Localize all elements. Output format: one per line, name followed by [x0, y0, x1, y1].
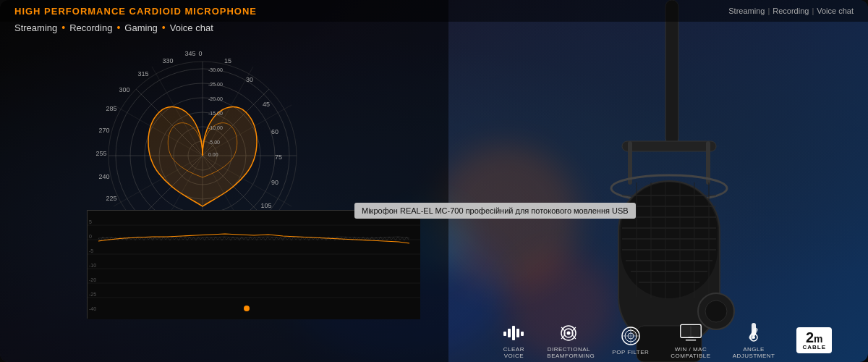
tooltip-text: Мікрофон REAL-EL MC-700 професійний для … [362, 206, 629, 215]
freq-chart: 5 0 -5 -10 -20 -25 -40 [87, 210, 420, 319]
mic-svg [398, 0, 868, 362]
voicechat-label: Voice chat [817, 7, 854, 15]
subtitle-voicechat: Voice chat [170, 22, 213, 33]
svg-point-60 [244, 306, 250, 311]
clear-voice-icon [502, 321, 525, 345]
svg-text:0: 0 [89, 234, 92, 239]
angle-icon-item: ANGLEADJUSTMENT [733, 321, 775, 360]
subtitle-gaming: Gaming [124, 22, 158, 33]
angle-label: ANGLEADJUSTMENT [733, 347, 775, 360]
top-bar-right: Streaming | Recording | Voice chat [728, 7, 854, 15]
subtitle-streaming: Streaming [14, 22, 57, 33]
svg-text:-5: -5 [89, 248, 93, 253]
cable-value: 2m [806, 330, 823, 345]
subtitle-row: Streaming • Recording • Gaming • Voice c… [14, 22, 213, 33]
product-tooltip: Мікрофон REAL-EL MC-700 професійний для … [354, 203, 636, 219]
svg-rect-87 [503, 332, 506, 336]
directional-icon-item: DIRECTIONALBEAMFORMING [547, 321, 590, 360]
pop-filter-icon [619, 324, 642, 348]
svg-text:255: 255 [95, 150, 106, 157]
cable-label: CABLE [802, 345, 826, 350]
sep1: | [767, 7, 770, 15]
svg-text:-25.00: -25.00 [208, 82, 223, 87]
svg-rect-46 [88, 211, 420, 319]
svg-text:-25: -25 [89, 292, 96, 297]
main-scene: HIGH PERFORMANCE CARDIOID MICROPHONE Str… [0, 0, 868, 362]
svg-text:-20: -20 [89, 277, 96, 282]
svg-text:315: 315 [137, 70, 148, 77]
freq-chart-svg: 5 0 -5 -10 -20 -25 -40 [88, 211, 420, 319]
svg-text:75: 75 [275, 153, 282, 161]
svg-text:30: 30 [246, 76, 253, 83]
svg-text:240: 240 [98, 173, 109, 180]
cable-icon-item: 2m CABLE [796, 327, 832, 353]
svg-point-94 [567, 331, 571, 334]
cable-badge: 2m CABLE [796, 327, 832, 353]
svg-rect-61 [665, 0, 678, 145]
svg-text:0.00: 0.00 [208, 152, 218, 157]
winmac-icon [679, 321, 702, 345]
svg-text:-30.00: -30.00 [208, 67, 223, 72]
dot3: • [162, 22, 166, 33]
svg-text:-5.00: -5.00 [208, 140, 220, 145]
svg-text:300: 300 [119, 86, 129, 93]
clear-voice-icon-item: CLEARVOICE [502, 321, 525, 360]
svg-text:105: 105 [260, 202, 271, 209]
svg-text:225: 225 [106, 195, 116, 202]
svg-rect-88 [508, 329, 511, 337]
svg-text:-10: -10 [89, 263, 96, 268]
svg-text:285: 285 [106, 105, 116, 112]
svg-text:-10.00: -10.00 [208, 125, 223, 130]
dot1: • [61, 22, 65, 33]
svg-text:345: 345 [184, 50, 195, 57]
bottom-icons-bar: CLEARVOICE DIRECTIONALBEAMFORMING [502, 319, 832, 362]
svg-rect-62 [622, 141, 716, 151]
svg-text:60: 60 [271, 128, 278, 135]
page-title: HIGH PERFORMANCE CARDIOID MICROPHONE [14, 6, 257, 17]
subtitle-recording: Recording [69, 22, 112, 33]
top-bar: HIGH PERFORMANCE CARDIOID MICROPHONE Str… [0, 0, 868, 22]
svg-text:90: 90 [271, 179, 278, 186]
svg-rect-91 [521, 332, 524, 336]
winmac-label: WIN / MACCOMPATIBLE [671, 347, 710, 360]
svg-text:5: 5 [89, 219, 92, 224]
clear-voice-label: CLEARVOICE [503, 347, 524, 360]
dot2: • [116, 22, 120, 33]
pop-filter-label: POP FILTER [612, 350, 649, 356]
svg-text:-15.00: -15.00 [208, 111, 223, 116]
svg-rect-89 [512, 326, 515, 340]
svg-text:15: 15 [224, 57, 231, 64]
svg-text:0: 0 [198, 50, 202, 57]
directional-icon [557, 321, 580, 345]
mic-area [398, 0, 868, 362]
svg-text:-40: -40 [89, 306, 96, 311]
svg-point-108 [752, 336, 755, 339]
svg-text:270: 270 [98, 127, 109, 134]
svg-text:45: 45 [263, 101, 270, 108]
pop-filter-icon-item: POP FILTER [612, 324, 649, 356]
recording-label: Recording [773, 7, 809, 15]
directional-label: DIRECTIONALBEAMFORMING [547, 347, 590, 360]
angle-icon [742, 321, 765, 345]
streaming-label: Streaming [728, 7, 765, 15]
sep2: | [812, 7, 814, 15]
svg-text:-20.00: -20.00 [208, 96, 223, 101]
svg-rect-67 [621, 182, 718, 298]
svg-text:330: 330 [162, 57, 173, 64]
winmac-icon-item: WIN / MACCOMPATIBLE [671, 321, 710, 360]
svg-rect-90 [516, 329, 519, 337]
